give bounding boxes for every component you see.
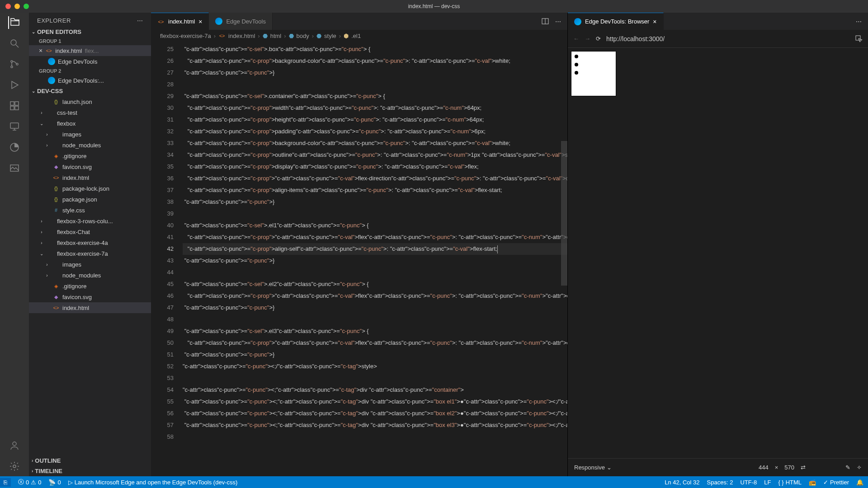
tree-item-index-html[interactable]: <>index.html xyxy=(29,172,151,183)
close-tab-icon[interactable]: × xyxy=(653,18,656,25)
svg-rect-6 xyxy=(10,106,14,110)
more-icon[interactable]: ⋯ xyxy=(137,17,143,24)
tree-item--gitignore[interactable]: ◈.gitignore xyxy=(29,281,151,291)
tree-item-node-modules[interactable]: ›node_modules xyxy=(29,140,151,150)
tab-index-html[interactable]: <> index.html × xyxy=(151,13,209,30)
folder-section[interactable]: ⌄ DEV-CSS xyxy=(29,86,151,96)
tree-item-index-html[interactable]: <>index.html xyxy=(29,302,151,313)
tree-item-flexbox-exercise-7a[interactable]: ⌄flexbox-exercise-7a xyxy=(29,248,151,259)
json-icon: {} xyxy=(52,185,60,192)
inspect-icon[interactable] xyxy=(855,35,863,42)
chevron-right-icon: › xyxy=(32,469,33,474)
tab-edge-devtools-browser[interactable]: Edge DevTools: Browser × xyxy=(568,13,664,30)
image-gallery-icon[interactable] xyxy=(8,162,21,174)
tree-item-package-lock-json[interactable]: {}package-lock.json xyxy=(29,183,151,194)
run-debug-icon[interactable] xyxy=(8,79,21,91)
more-actions-icon[interactable]: ⋯ xyxy=(555,18,561,25)
url-input[interactable] xyxy=(606,35,850,42)
tree-item-css-test[interactable]: ›css-test xyxy=(29,107,151,118)
chevron-down-icon: ⌄ xyxy=(607,464,612,471)
json-icon: {} xyxy=(52,196,60,203)
chevron-icon: › xyxy=(44,132,50,137)
edge-icon xyxy=(574,18,581,25)
html-icon: <> xyxy=(52,304,60,311)
tree-item-images[interactable]: ›images xyxy=(29,259,151,270)
svg-point-0 xyxy=(11,40,16,45)
close-editor-icon[interactable]: × xyxy=(39,47,42,54)
indent-status[interactable]: Spaces: 2 xyxy=(707,479,733,486)
encoding-status[interactable]: UTF-8 xyxy=(740,479,757,486)
ports-status[interactable]: 📡 0 xyxy=(48,479,61,486)
tab-edge-devtools[interactable]: Edge DevTools xyxy=(209,13,272,30)
more-actions-icon[interactable]: ⋯ xyxy=(856,18,862,25)
tree-item-launch-json[interactable]: {}launch.json xyxy=(29,96,151,107)
go-live-icon[interactable]: 📻 xyxy=(809,479,816,486)
tree-item-style-css[interactable]: #style.css xyxy=(29,205,151,216)
titlebar: index.html — dev-css xyxy=(0,0,868,13)
tree-item-node-modules[interactable]: ›node_modules xyxy=(29,270,151,281)
search-icon[interactable] xyxy=(8,37,21,50)
code-editor[interactable]: 2526272829303132333435363738394041424344… xyxy=(151,42,567,476)
chevron-icon: › xyxy=(39,219,44,224)
chevron-icon: › xyxy=(44,273,50,278)
tree-item-favicon-svg[interactable]: ◆favicon.svg xyxy=(29,161,151,172)
refresh-icon[interactable]: ⟳ xyxy=(596,35,601,42)
account-icon[interactable] xyxy=(8,439,21,452)
tree-item-flexbox-exercise-4a[interactable]: ›flexbox-exercise-4a xyxy=(29,237,151,248)
remote-indicator[interactable]: ⎘ xyxy=(0,478,11,487)
css-icon: # xyxy=(52,206,60,214)
svg-rect-5 xyxy=(15,102,19,105)
folder-icon xyxy=(47,239,54,246)
open-editor-item[interactable]: Edge DevTools xyxy=(29,56,151,67)
open-editor-item[interactable]: × <> index.html flex... xyxy=(29,45,151,56)
rotate-icon[interactable]: ⇄ xyxy=(801,464,806,471)
remote-explorer-icon[interactable] xyxy=(8,120,21,133)
folder-icon xyxy=(47,109,54,116)
eol-status[interactable]: LF xyxy=(764,479,771,486)
responsive-dropdown[interactable]: Responsive ⌄ xyxy=(574,464,612,471)
outline-section[interactable]: › OUTLINE xyxy=(29,455,151,466)
split-editor-icon[interactable] xyxy=(542,18,549,25)
breadcrumb[interactable]: flexbox-exercise-7a› <>index.html› ⬣html… xyxy=(151,30,567,42)
tree-item-images[interactable]: ›images xyxy=(29,129,151,140)
browser-preview[interactable] xyxy=(568,48,868,458)
tree-item-flexbox-chat[interactable]: ›flexbox-Chat xyxy=(29,226,151,237)
back-icon[interactable]: ← xyxy=(573,35,579,42)
tree-item--gitignore[interactable]: ◈.gitignore xyxy=(29,150,151,161)
folder-icon xyxy=(52,272,60,279)
cursor-position[interactable]: Ln 42, Col 32 xyxy=(665,479,699,486)
minimize-window-icon[interactable] xyxy=(14,4,20,9)
edge-icon xyxy=(215,18,222,25)
problems-status[interactable]: ⓧ 0 ⚠ 0 xyxy=(18,478,41,486)
notifications-icon[interactable]: 🔔 xyxy=(856,479,863,486)
git-icon: ◈ xyxy=(52,152,60,160)
explorer-icon[interactable] xyxy=(8,16,21,29)
tree-item-package-json[interactable]: {}package.json xyxy=(29,194,151,205)
tree-item-flexbox-3-rows-colu---[interactable]: ›flexbox-3-rows-colu... xyxy=(29,216,151,226)
forward-icon[interactable]: → xyxy=(585,35,590,42)
chevron-icon: › xyxy=(44,143,50,148)
edge-tools-icon[interactable] xyxy=(8,141,21,154)
extensions-icon[interactable] xyxy=(8,99,21,112)
open-editor-item[interactable]: Edge DevTools:... xyxy=(29,75,151,86)
maximize-window-icon[interactable] xyxy=(24,4,29,9)
language-mode[interactable]: { } HTML xyxy=(778,479,802,486)
preview-el3 xyxy=(575,71,578,75)
viewport-width[interactable]: 444 xyxy=(759,464,769,471)
git-icon: ◈ xyxy=(52,282,60,290)
timeline-section[interactable]: › TIMELINE xyxy=(29,466,151,476)
tree-item-favicon-svg[interactable]: ◆favicon.svg xyxy=(29,291,151,302)
wand-icon[interactable]: ✧ xyxy=(857,464,862,471)
settings-gear-icon[interactable] xyxy=(8,460,21,473)
debug-launch-status[interactable]: ▷ Launch Microsoft Edge and open the Edg… xyxy=(68,479,238,486)
tree-item-flexbox[interactable]: ⌄flexbox xyxy=(29,118,151,129)
close-tab-icon[interactable]: × xyxy=(198,18,202,25)
scrollbar[interactable] xyxy=(561,42,567,476)
prettier-status[interactable]: ✓ Prettier xyxy=(823,479,849,486)
source-control-icon[interactable] xyxy=(8,58,21,70)
eyedropper-icon[interactable]: ✎ xyxy=(845,464,850,471)
close-window-icon[interactable] xyxy=(5,4,11,9)
viewport-height[interactable]: 570 xyxy=(784,464,794,471)
open-editors-section[interactable]: ⌄ OPEN EDITORS xyxy=(29,27,151,37)
status-bar: ⎘ ⓧ 0 ⚠ 0 📡 0 ▷ Launch Microsoft Edge an… xyxy=(0,476,868,488)
